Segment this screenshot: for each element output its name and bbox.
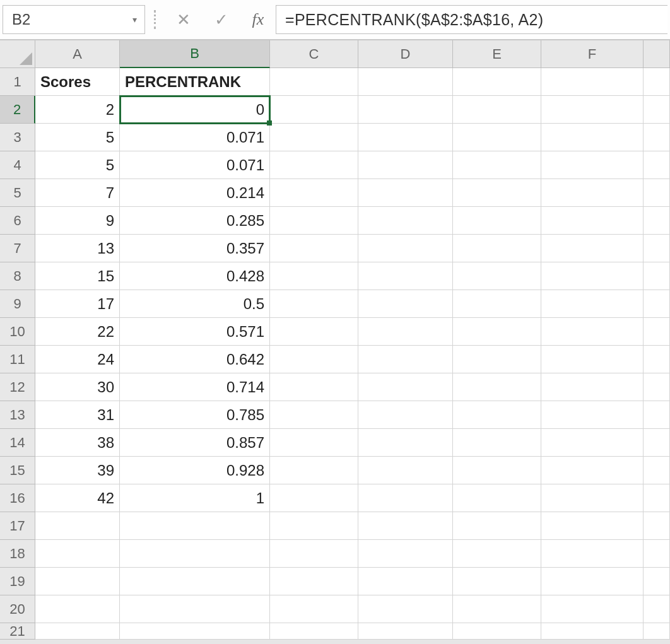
cell-F14[interactable] xyxy=(541,429,644,457)
cell-F5[interactable] xyxy=(541,179,644,207)
cell-E19[interactable] xyxy=(453,568,541,595)
cell-E18[interactable] xyxy=(453,540,541,568)
cell-B16[interactable]: 1 xyxy=(120,484,270,512)
cell-F17[interactable] xyxy=(541,512,644,540)
cell-x18[interactable] xyxy=(644,540,670,568)
cell-A4[interactable]: 5 xyxy=(35,151,120,179)
cell-B2[interactable]: 0 xyxy=(120,96,270,124)
cell-D10[interactable] xyxy=(358,318,453,346)
cell-E8[interactable] xyxy=(453,262,541,290)
cell-x6[interactable] xyxy=(644,207,670,235)
cell-E13[interactable] xyxy=(453,401,541,429)
cell-x11[interactable] xyxy=(644,346,670,373)
row-header-20[interactable]: 20 xyxy=(0,595,35,623)
cell-x12[interactable] xyxy=(644,373,670,401)
cell-F21[interactable] xyxy=(541,623,644,640)
cell-E12[interactable] xyxy=(453,373,541,401)
cell-x10[interactable] xyxy=(644,318,670,346)
cell-E1[interactable] xyxy=(453,68,541,96)
cell-E16[interactable] xyxy=(453,484,541,512)
cell-C12[interactable] xyxy=(270,373,358,401)
cell-A19[interactable] xyxy=(35,568,120,595)
cell-A18[interactable] xyxy=(35,540,120,568)
cell-x5[interactable] xyxy=(644,179,670,207)
cell-D19[interactable] xyxy=(358,568,453,595)
cell-A8[interactable]: 15 xyxy=(35,262,120,290)
cell-B6[interactable]: 0.285 xyxy=(120,207,270,235)
cell-B7[interactable]: 0.357 xyxy=(120,235,270,262)
cell-B14[interactable]: 0.857 xyxy=(120,429,270,457)
cell-D18[interactable] xyxy=(358,540,453,568)
cell-E2[interactable] xyxy=(453,96,541,124)
cell-B21[interactable] xyxy=(120,623,270,640)
cell-C3[interactable] xyxy=(270,124,358,151)
row-header-2[interactable]: 2 xyxy=(0,96,35,124)
cell-F18[interactable] xyxy=(541,540,644,568)
row-header-3[interactable]: 3 xyxy=(0,124,35,151)
cell-E14[interactable] xyxy=(453,429,541,457)
cell-A7[interactable]: 13 xyxy=(35,235,120,262)
cell-x19[interactable] xyxy=(644,568,670,595)
row-header-9[interactable]: 9 xyxy=(0,290,35,318)
cell-C5[interactable] xyxy=(270,179,358,207)
cell-F8[interactable] xyxy=(541,262,644,290)
cell-E6[interactable] xyxy=(453,207,541,235)
cell-B4[interactable]: 0.071 xyxy=(120,151,270,179)
cell-D16[interactable] xyxy=(358,484,453,512)
cell-A17[interactable] xyxy=(35,512,120,540)
cell-C10[interactable] xyxy=(270,318,358,346)
cell-B3[interactable]: 0.071 xyxy=(120,124,270,151)
cancel-button[interactable]: ✕ xyxy=(165,5,203,34)
cell-B5[interactable]: 0.214 xyxy=(120,179,270,207)
cell-A21[interactable] xyxy=(35,623,120,640)
cell-F10[interactable] xyxy=(541,318,644,346)
cell-x13[interactable] xyxy=(644,401,670,429)
cell-B15[interactable]: 0.928 xyxy=(120,457,270,484)
cell-A15[interactable]: 39 xyxy=(35,457,120,484)
cell-E4[interactable] xyxy=(453,151,541,179)
cell-B1[interactable]: PERCENTRANK xyxy=(120,68,270,96)
cell-B11[interactable]: 0.642 xyxy=(120,346,270,373)
cell-x20[interactable] xyxy=(644,595,670,623)
cell-D21[interactable] xyxy=(358,623,453,640)
row-header-6[interactable]: 6 xyxy=(0,207,35,235)
cell-A13[interactable]: 31 xyxy=(35,401,120,429)
cell-F11[interactable] xyxy=(541,346,644,373)
cell-E21[interactable] xyxy=(453,623,541,640)
cell-C2[interactable] xyxy=(270,96,358,124)
cell-x15[interactable] xyxy=(644,457,670,484)
cell-D6[interactable] xyxy=(358,207,453,235)
cell-C15[interactable] xyxy=(270,457,358,484)
cell-A2[interactable]: 2 xyxy=(35,96,120,124)
column-header-D[interactable]: D xyxy=(358,40,453,68)
cell-C18[interactable] xyxy=(270,540,358,568)
cell-F2[interactable] xyxy=(541,96,644,124)
accept-button[interactable]: ✓ xyxy=(203,5,240,34)
row-header-14[interactable]: 14 xyxy=(0,429,35,457)
cell-D11[interactable] xyxy=(358,346,453,373)
cell-D1[interactable] xyxy=(358,68,453,96)
cell-D20[interactable] xyxy=(358,595,453,623)
cell-F19[interactable] xyxy=(541,568,644,595)
cell-C21[interactable] xyxy=(270,623,358,640)
fx-icon[interactable]: fx xyxy=(240,10,276,29)
cell-x7[interactable] xyxy=(644,235,670,262)
cell-E3[interactable] xyxy=(453,124,541,151)
cell-C7[interactable] xyxy=(270,235,358,262)
cell-B10[interactable]: 0.571 xyxy=(120,318,270,346)
row-header-15[interactable]: 15 xyxy=(0,457,35,484)
cell-D4[interactable] xyxy=(358,151,453,179)
cell-F4[interactable] xyxy=(541,151,644,179)
cell-x2[interactable] xyxy=(644,96,670,124)
column-header-A[interactable]: A xyxy=(35,40,120,68)
cell-D2[interactable] xyxy=(358,96,453,124)
cell-E20[interactable] xyxy=(453,595,541,623)
cell-C1[interactable] xyxy=(270,68,358,96)
cell-D12[interactable] xyxy=(358,373,453,401)
row-header-1[interactable]: 1 xyxy=(0,68,35,96)
cell-B20[interactable] xyxy=(120,595,270,623)
cell-B18[interactable] xyxy=(120,540,270,568)
cell-F15[interactable] xyxy=(541,457,644,484)
cell-D8[interactable] xyxy=(358,262,453,290)
cell-B17[interactable] xyxy=(120,512,270,540)
